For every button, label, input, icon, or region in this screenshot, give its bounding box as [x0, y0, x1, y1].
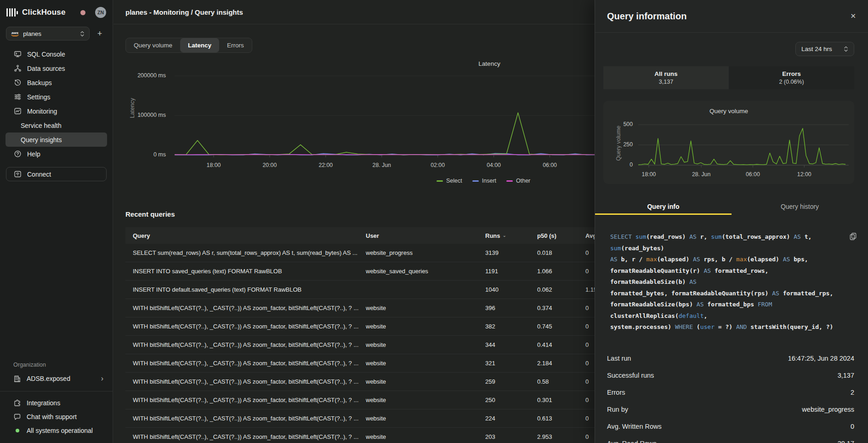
- volume-x-tick-label: 12:00: [797, 171, 811, 178]
- service-row: aws planes +: [0, 23, 113, 42]
- x-tick-label: 20:00: [262, 162, 277, 168]
- summary-tab-errors[interactable]: Errors2 (0.06%): [729, 66, 854, 89]
- sql-token: (read_rows): [646, 233, 689, 240]
- legend-item-select[interactable]: Select: [437, 178, 462, 184]
- sql-token: formatted_bps: [707, 301, 758, 308]
- column-header-runs[interactable]: Runs⌄: [485, 232, 537, 239]
- sql-token: AS: [783, 256, 794, 263]
- close-icon[interactable]: ✕: [850, 12, 856, 20]
- cell-user: website: [366, 341, 485, 348]
- legend-item-insert[interactable]: Insert: [472, 178, 496, 184]
- table-row[interactable]: WITH bitShiftLeft(CAST(?..), _CAST(?..))…: [125, 354, 621, 373]
- sidebar-item-settings[interactable]: Settings: [6, 90, 107, 104]
- tab-latency[interactable]: Latency: [180, 38, 219, 52]
- table-row[interactable]: WITH bitShiftLeft(CAST(?..), _CAST(?..))…: [125, 428, 621, 443]
- sql-token: AS: [697, 301, 707, 308]
- legend-dash-icon: [437, 180, 443, 182]
- sidebar-item-query-insights[interactable]: Query insights: [6, 132, 107, 147]
- monitoring-icon: [14, 107, 22, 115]
- sql-token: (elapsed): [657, 256, 693, 263]
- stat-label: Avg. Read Rows: [607, 440, 657, 443]
- volume-ytick-0: 0: [613, 161, 633, 168]
- table-row[interactable]: WITH bitShiftLeft(CAST(?..), _CAST(?..))…: [125, 336, 621, 354]
- sidebar-item-sql-console[interactable]: SQL Console: [6, 47, 107, 61]
- tab-errors[interactable]: Errors: [219, 38, 252, 52]
- stat-label: Run by: [607, 406, 628, 413]
- stat-value: website_progress: [802, 406, 854, 413]
- legend-item-other[interactable]: Other: [506, 178, 530, 184]
- table-row[interactable]: WITH bitShiftLeft(CAST(?..), _CAST(?..))…: [125, 299, 621, 317]
- summary-tab-all-runs[interactable]: All runs3,137: [603, 66, 729, 89]
- backups-icon: [14, 79, 22, 86]
- stat-label: Successful runs: [607, 372, 654, 379]
- table-row[interactable]: WITH bitShiftLeft(CAST(?..), _CAST(?..))…: [125, 391, 621, 409]
- column-header-user[interactable]: User: [366, 232, 485, 239]
- add-service-button[interactable]: +: [94, 29, 105, 39]
- organization-switcher[interactable]: ADSB.exposed ›: [0, 372, 113, 385]
- notification-dot-icon[interactable]: [80, 10, 85, 15]
- cell-user: website: [366, 305, 485, 311]
- sql-code-block: SELECT sum(read_rows) AS r, sum(total_ro…: [595, 215, 868, 333]
- aws-icon: aws: [11, 31, 19, 36]
- cell-query: INSERT INTO saved_queries (text) FORMAT …: [133, 268, 366, 275]
- time-range-row: Last 24 hrs: [595, 33, 868, 56]
- avatar[interactable]: ZN: [95, 7, 106, 18]
- sql-token: formatted_rps,: [783, 290, 834, 297]
- cell-runs: 344: [485, 341, 537, 348]
- cell-p50: 1.066: [537, 268, 585, 275]
- sidebar-item-label: Backups: [27, 79, 52, 86]
- stat-row-errors: Errors2: [607, 384, 854, 401]
- cell-user: website_saved_queries: [366, 268, 485, 275]
- stat-value: 0: [851, 423, 854, 430]
- table-row[interactable]: WITH bitShiftLeft(CAST(?..), _CAST(?..))…: [125, 317, 621, 336]
- sidebar-item-all-systems-operational[interactable]: All systems operational: [0, 424, 113, 437]
- service-selector[interactable]: aws planes: [6, 27, 90, 40]
- sql-token: AS: [689, 278, 697, 285]
- sidebar-item-monitoring[interactable]: Monitoring: [6, 104, 107, 118]
- column-header-query[interactable]: Query: [133, 232, 366, 239]
- table-header-row: QueryUserRuns⌄p50 (s)Avg.: [125, 227, 621, 244]
- sql-token: default: [679, 312, 704, 319]
- sql-token: sum: [610, 245, 621, 252]
- cell-p50: 0.018: [537, 249, 585, 256]
- stat-label: Errors: [607, 389, 625, 396]
- sql-token: t,: [805, 233, 812, 240]
- tab-query-history[interactable]: Query history: [732, 198, 868, 215]
- sidebar-item-help[interactable]: Help: [6, 147, 107, 161]
- cell-user: website: [366, 360, 485, 367]
- cell-user: website: [366, 433, 485, 440]
- query-volume-title: Query volume: [603, 108, 854, 115]
- table-row[interactable]: WITH bitShiftLeft(CAST(?..), _CAST(?..))…: [125, 373, 621, 391]
- brand-name: ClickHouse: [22, 8, 66, 17]
- copy-icon[interactable]: [850, 233, 857, 244]
- table-row[interactable]: INSERT INTO default.saved_queries (text)…: [125, 281, 621, 299]
- sidebar-item-service-health[interactable]: Service health: [6, 118, 107, 132]
- stat-row-run-by: Run bywebsite_progress: [607, 401, 854, 418]
- column-header-p50-s[interactable]: p50 (s): [537, 232, 585, 239]
- table-row[interactable]: INSERT INTO saved_queries (text) FORMAT …: [125, 262, 621, 281]
- connect-button[interactable]: Connect: [6, 167, 107, 181]
- cell-p50: 0.374: [537, 305, 585, 311]
- sidebar-item-integrations[interactable]: Integrations: [0, 396, 113, 410]
- settings-icon: [14, 93, 22, 101]
- tab-query-volume[interactable]: Query volume: [126, 38, 180, 52]
- sql-line: SELECT sum(read_rows) AS r, sum(total_ro…: [610, 231, 842, 254]
- cell-runs: 1040: [485, 286, 537, 293]
- sql-line: formatReadableQuantity(r) AS formatted_r…: [610, 265, 842, 288]
- x-tick-label: 28. Jun: [373, 162, 391, 168]
- table-row[interactable]: SELECT sum(read_rows) AS r, sum(total_ro…: [125, 244, 621, 262]
- table-row[interactable]: WITH bitShiftLeft(CAST(?..), _CAST(?..))…: [125, 409, 621, 428]
- chart-legend: SelectInsertOther: [437, 178, 530, 184]
- stat-label: Avg. Written Rows: [607, 423, 662, 430]
- time-range-select[interactable]: Last 24 hrs: [795, 42, 854, 56]
- cell-runs: 321: [485, 360, 537, 367]
- sidebar-item-backups[interactable]: Backups: [6, 75, 107, 90]
- sidebar-item-chat-with-support[interactable]: Chat with support: [0, 410, 113, 424]
- organization-name: ADSB.exposed: [27, 375, 70, 382]
- sidebar-item-data-sources[interactable]: Data sources: [6, 61, 107, 75]
- tab-query-info[interactable]: Query info: [595, 198, 732, 215]
- sql-token: AS: [610, 256, 621, 263]
- column-header-label: Query: [133, 232, 150, 239]
- connect-icon: [14, 170, 22, 178]
- query-info-tabs: Query infoQuery history: [595, 198, 868, 215]
